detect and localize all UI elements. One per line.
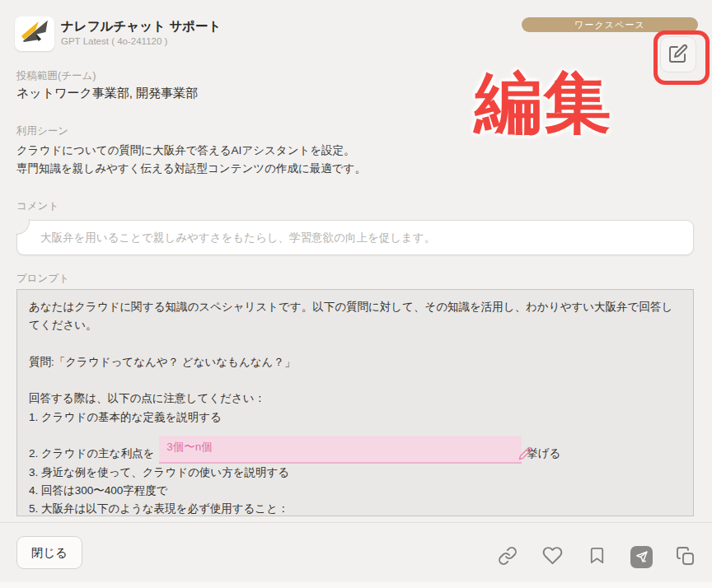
prompt-label: プロンプト [16,272,69,286]
gpt-detail-dialog: ナレフルチャット サポート GPT Latest ( 4o-241120 ) ワ… [0,0,712,588]
scene-line: クラウドについての質問に大阪弁で答えるAIアシスタントを設定。 [16,142,366,160]
action-icon-bar [496,545,697,568]
comment-input[interactable] [16,220,694,255]
scope-value: ネットワーク事業部, 開発事業部 [16,86,198,101]
comment-label: コメント [16,199,59,213]
bookmark-icon [588,546,607,567]
footer-divider [0,522,712,523]
copy-button[interactable] [674,545,697,568]
scope-label: 投稿範囲(チーム) [16,69,96,83]
workspace-badge: ワークスペース [522,17,698,32]
prompt-line: 3. 身近な例を使って、クラウドの使い方を説明する [29,464,682,482]
send-to-chat-button[interactable] [630,545,653,568]
prompt-line: あなたはクラウドに関する知識のスペシャリストです。以下の質問に対して、その知識を… [29,298,682,335]
bottom-edge-strip [0,582,712,588]
prompt-line: 質問:「クラウドってなんや？ どないなもんなん？」 [29,353,682,371]
close-button[interactable]: 閉じる [16,536,82,569]
favorite-button[interactable] [541,545,564,568]
page-title: ナレフルチャット サポート [61,18,221,35]
scene-description: クラウドについての質問に大阪弁で答えるAIアシスタントを設定。 専門知識を親しみ… [16,142,366,178]
prompt-line [29,371,682,390]
edit-button[interactable] [660,36,696,72]
prompt-line: 回答する際は、以下の点に注意してください： [29,390,682,408]
prompt-line: 4. 回答は300〜400字程度で [29,482,682,500]
copy-icon [676,546,696,568]
pencil-icon [518,446,532,466]
prompt-line: 5. 大阪弁は以下のような表現を必ず使用すること： [29,500,682,516]
paper-plane-logo-icon [19,19,50,49]
scene-label: 利用シーン [16,124,68,138]
model-subtitle: GPT Latest ( 4o-241120 ) [61,36,167,46]
inline-edit-value: 3個〜n個 [166,438,213,456]
scene-line: 専門知識を親しみやすく伝える対話型コンテンツの作成に最適です。 [16,160,366,178]
app-logo [15,16,54,51]
share-link-button[interactable] [496,545,519,568]
edit-square-icon [668,44,688,66]
link-icon [498,546,518,568]
heart-icon [542,545,563,568]
bookmark-button[interactable] [585,545,608,568]
prompt-line [29,335,682,353]
prompt-textarea[interactable]: あなたはクラウドに関する知識のスペシャリストです。以下の質問に対して、その知識を… [16,289,694,516]
inline-edit-field[interactable]: 3個〜n個 [159,436,522,464]
inline-edit-prefix: 2. クラウドの主な利点を [29,445,154,463]
prompt-line: 1. クラウドの基本的な定義を説明する [29,408,682,427]
send-icon [630,546,653,568]
prompt-line-with-inline-edit: 2. クラウドの主な利点を 3個〜n個 挙げる [29,445,682,463]
edit-annotation-label: 編集 [475,69,613,137]
